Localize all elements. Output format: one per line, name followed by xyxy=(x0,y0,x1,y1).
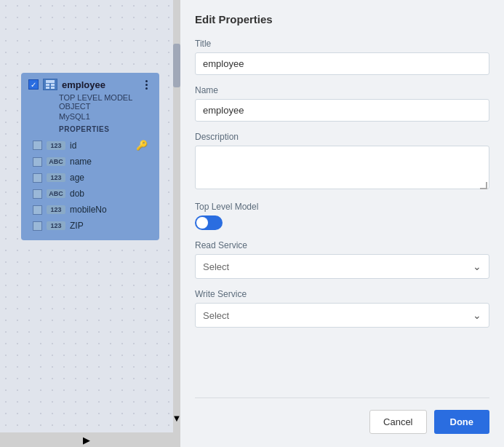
prop-checkbox[interactable] xyxy=(33,157,42,167)
property-row: 123 mobileNo xyxy=(28,202,152,217)
toggle-knob xyxy=(196,217,208,229)
prop-type: 123 xyxy=(47,141,65,150)
property-row: ABC dob xyxy=(28,186,152,201)
prop-checkbox[interactable] xyxy=(33,205,42,215)
employee-card: ✓ employee TOP LEVEL MODEL OBJECT MySQL1… xyxy=(21,73,159,240)
scrollbar-left[interactable] xyxy=(173,0,180,447)
key-icon: 🔑 xyxy=(136,140,148,151)
prop-checkbox[interactable] xyxy=(33,189,42,199)
prop-name: id xyxy=(70,141,132,151)
toggle-container xyxy=(195,215,489,230)
prop-type: ABC xyxy=(47,157,65,166)
name-field-group: Name xyxy=(195,85,489,122)
top-level-model-label: Top Level Model xyxy=(195,202,489,212)
card-header: ✓ employee xyxy=(28,79,152,90)
prop-name: dob xyxy=(70,189,148,199)
menu-dot xyxy=(145,80,148,82)
read-service-chevron-icon: ⌄ xyxy=(473,261,481,272)
prop-name: name xyxy=(70,157,148,167)
prop-name: ZIP xyxy=(70,221,148,231)
write-service-select[interactable]: Select ⌄ xyxy=(195,303,489,328)
prop-type: ABC xyxy=(47,189,65,198)
property-row: 123 ZIP xyxy=(28,218,152,233)
prop-name: age xyxy=(70,173,148,183)
name-label: Name xyxy=(195,85,489,95)
svg-rect-0 xyxy=(46,80,55,83)
title-label: Title xyxy=(195,39,489,49)
prop-type: 123 xyxy=(47,205,65,214)
description-textarea-wrap xyxy=(195,146,489,191)
name-input[interactable] xyxy=(195,99,489,122)
card-menu-button[interactable] xyxy=(140,80,152,90)
description-label: Description xyxy=(195,132,489,142)
read-service-placeholder: Select xyxy=(203,261,229,272)
scroll-thumb[interactable] xyxy=(173,44,180,87)
description-textarea[interactable] xyxy=(195,146,489,189)
menu-dot xyxy=(145,84,148,86)
scroll-arrow-down[interactable]: ▼ xyxy=(173,411,180,425)
read-service-select[interactable]: Select ⌄ xyxy=(195,254,489,279)
svg-rect-2 xyxy=(51,84,55,86)
prop-name: mobileNo xyxy=(70,205,148,215)
card-checkbox[interactable]: ✓ xyxy=(28,79,39,90)
property-row: 123 age xyxy=(28,170,152,185)
top-level-model-toggle[interactable] xyxy=(195,215,223,230)
footer: Cancel Done xyxy=(195,397,489,434)
read-service-group: Read Service Select ⌄ xyxy=(195,240,489,279)
property-row: 123 id 🔑 xyxy=(28,138,152,153)
card-title: employee xyxy=(62,79,136,90)
card-section-label: PROPERTIES xyxy=(28,125,152,133)
scroll-arrow-right[interactable]: ▶ xyxy=(0,432,173,447)
title-field-group: Title xyxy=(195,39,489,75)
prop-checkbox[interactable] xyxy=(33,221,42,231)
prop-type: 123 xyxy=(47,173,65,182)
svg-rect-1 xyxy=(46,84,49,86)
table-icon xyxy=(46,80,55,89)
svg-rect-3 xyxy=(46,87,49,89)
read-service-label: Read Service xyxy=(195,240,489,250)
card-db: MySQL1 xyxy=(28,112,152,121)
write-service-label: Write Service xyxy=(195,289,489,299)
write-service-placeholder: Select xyxy=(203,310,229,321)
title-input[interactable] xyxy=(195,52,489,75)
write-service-chevron-icon: ⌄ xyxy=(473,309,481,321)
write-service-group: Write Service Select ⌄ xyxy=(195,289,489,328)
property-row: ABC name xyxy=(28,154,152,169)
menu-dot xyxy=(145,87,148,90)
card-subtitle: TOP LEVEL MODEL OBJECT xyxy=(28,93,152,111)
prop-checkbox[interactable] xyxy=(33,173,42,183)
top-level-model-group: Top Level Model xyxy=(195,202,489,230)
prop-type: 123 xyxy=(47,221,65,230)
panel-title: Edit Properties xyxy=(195,13,489,25)
left-panel: ✓ employee TOP LEVEL MODEL OBJECT MySQL1… xyxy=(0,0,180,447)
prop-checkbox[interactable] xyxy=(33,141,42,150)
svg-rect-4 xyxy=(51,87,55,89)
cancel-button[interactable]: Cancel xyxy=(369,410,426,434)
model-icon xyxy=(43,79,57,90)
right-panel: Edit Properties Title Name Description T… xyxy=(180,0,504,447)
description-field-group: Description xyxy=(195,132,489,191)
done-button[interactable]: Done xyxy=(434,410,490,434)
